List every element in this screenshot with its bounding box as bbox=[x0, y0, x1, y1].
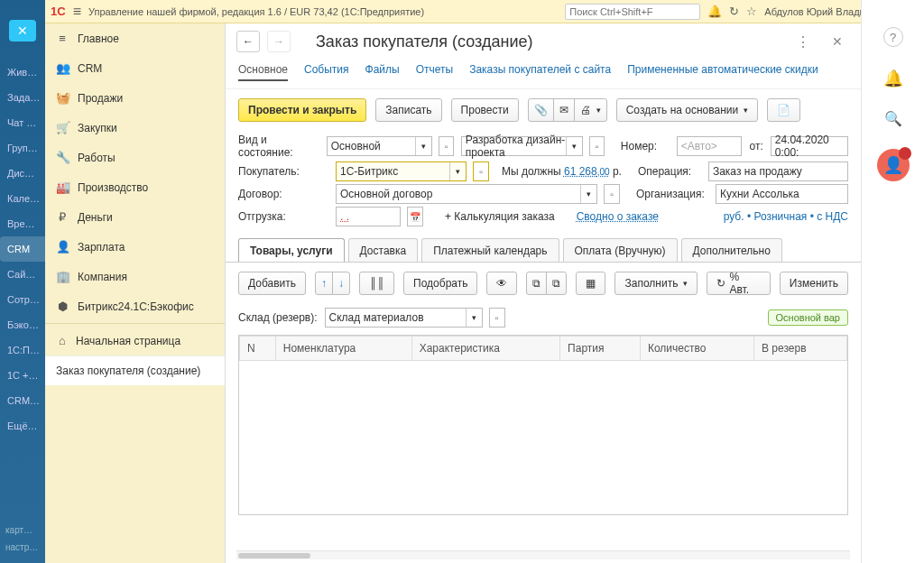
burger-icon[interactable]: ≡ bbox=[73, 4, 81, 20]
menu-item[interactable]: 🏭Производство bbox=[45, 172, 225, 202]
shipment-date-field[interactable]: . . bbox=[336, 207, 401, 226]
history-icon[interactable]: ↻ bbox=[729, 5, 739, 18]
menu-item[interactable]: ⬢Битрикс24.1С:Бэкофис bbox=[45, 291, 225, 321]
bitrix-item[interactable]: CRM bbox=[0, 236, 45, 262]
search-icon[interactable]: 🔍 bbox=[884, 110, 902, 127]
kind-field[interactable]: Основной▾ bbox=[327, 136, 433, 156]
avatar[interactable]: 👤 bbox=[877, 149, 910, 181]
bitrix-item[interactable]: 1С +… bbox=[0, 363, 45, 388]
bitrix-item[interactable]: Дис… bbox=[0, 161, 45, 186]
bell-icon[interactable]: 🔔 bbox=[707, 5, 722, 18]
top-tab[interactable]: Заказы покупателей с сайта bbox=[469, 60, 611, 81]
top-tab[interactable]: Отчеты bbox=[416, 60, 453, 81]
post-button[interactable]: Провести bbox=[451, 98, 519, 122]
lbl-calc[interactable]: + Калькуляция заказа bbox=[445, 210, 555, 223]
state-field[interactable]: Разработка дизайн-проекта▾ bbox=[461, 136, 584, 156]
bitrix-foot-settings[interactable]: настр… bbox=[5, 539, 40, 556]
menu-item[interactable]: 🛒Закупки bbox=[45, 113, 225, 143]
currency-link[interactable]: руб. • Розничная • с НДС bbox=[724, 210, 848, 223]
add-button[interactable]: Добавить bbox=[238, 272, 306, 295]
debt-link[interactable]: 61 268,00 bbox=[564, 165, 610, 178]
bitrix-item[interactable]: Кале… bbox=[0, 186, 45, 211]
shipment-calendar-button[interactable]: 📅 bbox=[407, 207, 423, 226]
warehouse-open-button[interactable]: ▫ bbox=[489, 308, 505, 328]
subtab[interactable]: Товары, услуги bbox=[238, 238, 345, 263]
close-icon[interactable]: ✕ bbox=[825, 34, 850, 49]
bitrix-item[interactable]: CRM… bbox=[0, 388, 45, 413]
help-icon[interactable]: ? bbox=[883, 27, 903, 47]
kind-open-button[interactable]: ▫ bbox=[439, 136, 453, 156]
menu-item[interactable]: 👤Зарплата bbox=[45, 232, 225, 262]
org-field[interactable]: Кухни Ассолька bbox=[716, 184, 848, 204]
table-header[interactable]: В резерв bbox=[754, 337, 847, 361]
menu-item[interactable]: 🔧Работы bbox=[45, 143, 225, 172]
back-button[interactable]: ← bbox=[236, 31, 260, 52]
top-tab[interactable]: Основное bbox=[238, 60, 288, 81]
search-input[interactable] bbox=[565, 4, 700, 20]
forward-button[interactable]: → bbox=[267, 31, 291, 52]
more-icon[interactable]: ⋮ bbox=[789, 33, 818, 51]
paste-button[interactable]: ⧉ bbox=[546, 272, 567, 295]
mail-button[interactable]: ✉ bbox=[553, 98, 575, 122]
state-open-button[interactable]: ▫ bbox=[589, 136, 604, 156]
barcode-button[interactable]: ║║ bbox=[359, 272, 394, 295]
subtab[interactable]: Дополнительно bbox=[681, 238, 782, 263]
bitrix-item[interactable]: Сай… bbox=[0, 262, 45, 287]
bitrix-close-button[interactable]: ✕ bbox=[9, 20, 36, 42]
top-tab[interactable]: События bbox=[304, 60, 349, 81]
contract-open-button[interactable]: ▫ bbox=[604, 184, 620, 204]
table-header[interactable]: Партия bbox=[560, 337, 641, 361]
subtab[interactable]: Доставка bbox=[348, 238, 419, 263]
table-header[interactable]: Количество bbox=[640, 337, 753, 361]
view-button[interactable]: 👁 bbox=[486, 272, 517, 295]
fill-button[interactable]: Заполнить ▾ bbox=[614, 272, 698, 295]
attach-button[interactable]: 📎 bbox=[528, 98, 554, 122]
create-based-button[interactable]: Создать на основании ▾ bbox=[616, 98, 759, 122]
current-page-link[interactable]: Заказ покупателя (создание) bbox=[45, 355, 225, 385]
bitrix-item[interactable]: Жив… bbox=[0, 60, 45, 85]
table-header[interactable]: Характеристика bbox=[411, 337, 559, 361]
bitrix-item[interactable]: Вре… bbox=[0, 211, 45, 236]
number-field[interactable]: <Авто> bbox=[677, 136, 743, 156]
warehouse-field[interactable]: Склад материалов▾ bbox=[325, 308, 483, 328]
customer-open-button[interactable]: ▫ bbox=[473, 162, 489, 181]
menu-item[interactable]: ≡Главное bbox=[45, 23, 225, 53]
print-button[interactable]: 🖨 ▾ bbox=[574, 98, 607, 122]
save-button[interactable]: Записать bbox=[375, 98, 441, 122]
summary-link[interactable]: Сводно о заказе bbox=[577, 210, 659, 223]
bitrix-item[interactable]: Чат … bbox=[0, 110, 45, 135]
bitrix-item[interactable]: Сотр… bbox=[0, 287, 45, 312]
customer-field[interactable]: 1С-Битрикс▾ bbox=[336, 162, 467, 181]
menu-item[interactable]: 🧺Продажи bbox=[45, 83, 225, 113]
pct-auto-button[interactable]: ↻ % Авт. bbox=[707, 272, 770, 295]
doc-template-button[interactable]: 📄 bbox=[767, 98, 800, 122]
bitrix-item[interactable]: Зада… bbox=[0, 85, 45, 110]
move-up-button[interactable]: ↑ bbox=[315, 272, 333, 295]
table-header[interactable]: N bbox=[240, 337, 276, 361]
copy-button[interactable]: ⧉ bbox=[526, 272, 547, 295]
horizontal-scrollbar[interactable] bbox=[236, 550, 850, 559]
star-icon[interactable]: ☆ bbox=[746, 5, 757, 18]
bitrix-item[interactable]: Груп… bbox=[0, 135, 45, 161]
home-link[interactable]: ⌂Начальная страница bbox=[45, 326, 225, 355]
subtab[interactable]: Платежный календарь bbox=[421, 238, 559, 263]
menu-item[interactable]: 🏢Компания bbox=[45, 262, 225, 291]
variant-badge[interactable]: Основной вар bbox=[768, 309, 848, 326]
subtab[interactable]: Оплата (Вручную) bbox=[563, 238, 678, 263]
top-tab[interactable]: Примененные автоматические скидки bbox=[627, 60, 818, 81]
date-field[interactable]: 24.04.2020 0:00: bbox=[771, 136, 848, 156]
change-button[interactable]: Изменить bbox=[780, 272, 848, 295]
grid-button[interactable]: ▦ bbox=[576, 272, 605, 295]
menu-item[interactable]: ₽Деньги bbox=[45, 202, 225, 232]
operation-field[interactable]: Заказ на продажу bbox=[708, 162, 848, 181]
contract-field[interactable]: Основной договор▾ bbox=[336, 184, 597, 204]
submit-close-button[interactable]: Провести и закрыть bbox=[238, 98, 366, 122]
bitrix-item[interactable]: Ещё… bbox=[0, 413, 45, 438]
bitrix-foot-map[interactable]: карт… bbox=[5, 521, 40, 539]
bitrix-item[interactable]: 1С:П… bbox=[0, 337, 45, 363]
table-header[interactable]: Номенклатура bbox=[275, 337, 411, 361]
notifications-icon[interactable]: 🔔 bbox=[883, 69, 903, 88]
top-tab[interactable]: Файлы bbox=[365, 60, 400, 81]
bitrix-item[interactable]: Бэко… bbox=[0, 312, 45, 337]
move-down-button[interactable]: ↓ bbox=[332, 272, 350, 295]
